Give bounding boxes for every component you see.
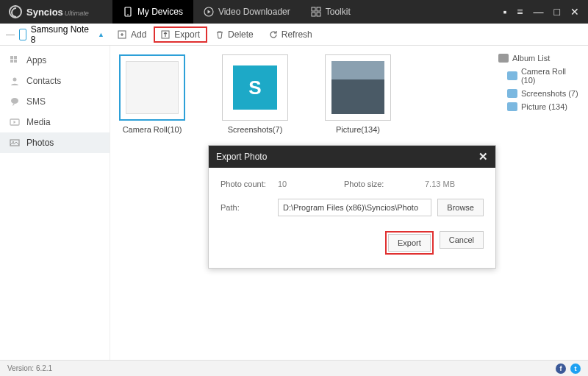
minimize-icon[interactable]: — [534,6,544,18]
refresh-icon [268,29,279,40]
svg-rect-11 [10,60,13,63]
tab-video-downloader[interactable]: Video Downloader [193,0,301,24]
status-bar: Version: 6.2.1 f t [0,360,588,376]
svg-point-14 [11,98,18,104]
album-caption: Camera Roll(10) [123,125,182,134]
content-toolbar: Add Export Delete Refresh [110,26,320,43]
path-label: Path: [220,203,278,212]
sidebar-item-contacts[interactable]: Contacts [0,71,110,91]
sidebar-item-label: Contacts [26,76,61,86]
sidebar-item-label: SMS [26,96,46,107]
close-icon[interactable]: ✕ [570,6,579,18]
svg-rect-12 [14,60,17,63]
export-photo-dialog: Export Photo ✕ Photo count: 10 Photo siz… [208,145,496,269]
dialog-body: Photo count: 10 Photo size: 7.13 MB Path… [209,168,495,268]
photo-count-label: Photo count: [220,180,278,188]
path-input[interactable] [278,199,431,216]
album-caption: Screenshots(7) [228,125,283,134]
cancel-button[interactable]: Cancel [440,231,484,249]
window-controls: ▪ ≡ — □ ✕ [503,6,588,18]
tab-toolkit[interactable]: Toolkit [301,0,361,24]
export-confirm-button[interactable]: Export [388,234,431,252]
facebook-icon[interactable]: f [556,363,566,374]
dialog-actions: Export Cancel [220,231,484,255]
add-button[interactable]: Add [110,26,154,43]
title-bar: SynciosUltimate My Devices Video Downloa… [0,0,588,24]
add-label: Add [131,29,146,40]
image-icon [498,54,509,63]
close-icon[interactable]: ✕ [478,150,488,163]
version-label: Version: 6.2.1 [7,364,52,372]
album-thumbnail [325,54,391,121]
svg-rect-5 [312,13,315,16]
image-icon [507,102,517,111]
svg-rect-9 [10,56,13,59]
photo-size-label: Photo size: [344,180,425,188]
album-thumbnail: S [222,54,288,121]
image-icon [507,71,517,80]
refresh-button[interactable]: Refresh [261,26,320,43]
sidebar-item-media[interactable]: Media [0,112,110,132]
svg-rect-10 [14,56,17,59]
play-circle-icon [204,7,214,17]
dialog-header: Export Photo ✕ [209,146,495,168]
album-thumbnail [119,54,185,121]
export-label: Export [174,29,200,40]
app-name: SynciosUltimate [26,7,89,18]
twitter-icon[interactable]: t [570,363,581,374]
sidebar: Apps Contacts SMS Media Photos [0,46,110,360]
delete-label: Delete [228,29,254,40]
add-icon [118,29,128,40]
tab-my-devices[interactable]: My Devices [112,0,193,24]
device-selector[interactable]: — Samsung Note 8 ▲ [0,24,110,45]
delete-button[interactable]: Delete [207,26,261,43]
album-list-label: Camera Roll (10) [521,67,582,85]
sidebar-item-sms[interactable]: SMS [0,91,110,112]
album-screenshots[interactable]: S Screenshots(7) [222,54,288,134]
device-icon [19,29,26,40]
svg-rect-6 [317,13,320,16]
apps-icon [9,54,21,66]
album-list-label: Picture (134) [521,102,567,111]
refresh-label: Refresh [282,29,312,40]
svg-rect-16 [10,140,19,146]
trash-icon [215,29,225,40]
sidebar-item-label: Photos [26,138,54,148]
album-list-label: Screenshots (7) [521,89,578,98]
browse-button[interactable]: Browse [437,199,484,216]
photo-stats-row: Photo count: 10 Photo size: 7.13 MB [220,180,484,188]
album-list-item[interactable]: Picture (134) [497,100,584,113]
sidebar-item-apps[interactable]: Apps [0,50,110,71]
album-picture[interactable]: Picture(134) [325,54,391,134]
app-logo: SynciosUltimate [0,5,98,18]
contacts-icon [9,75,21,87]
tab-label: Toolkit [326,7,351,17]
message-icon[interactable]: ▪ [503,6,506,18]
album-camera-roll[interactable]: Camera Roll(10) [119,54,185,134]
album-caption: Picture(134) [336,125,380,134]
sms-icon [9,96,21,107]
chevron-up-icon: ▲ [98,31,104,38]
syncios-logo-icon [9,5,22,18]
path-row: Path: Browse [220,199,484,216]
photos-icon [9,137,21,149]
menu-icon[interactable]: ≡ [517,6,523,18]
maximize-icon[interactable]: □ [554,6,560,18]
album-list-item[interactable]: Camera Roll (10) [497,65,584,87]
tab-label: Video Downloader [218,7,290,17]
sidebar-item-photos[interactable]: Photos [0,132,110,153]
tab-label: My Devices [137,7,183,17]
top-tabs: My Devices Video Downloader Toolkit [112,0,361,24]
export-button[interactable]: Export [154,26,207,43]
export-highlight: Export [385,231,434,255]
photo-size-value: 7.13 MB [425,180,455,188]
album-list-item[interactable]: Screenshots (7) [497,87,584,100]
grid-icon [311,7,321,17]
sidebar-item-label: Media [26,117,51,127]
device-name: Samsung Note 8 [31,24,93,45]
photo-count-value: 10 [278,180,344,188]
social-links: f t [556,363,581,374]
svg-rect-4 [317,7,320,11]
media-icon [9,116,21,128]
svg-rect-3 [312,7,315,11]
